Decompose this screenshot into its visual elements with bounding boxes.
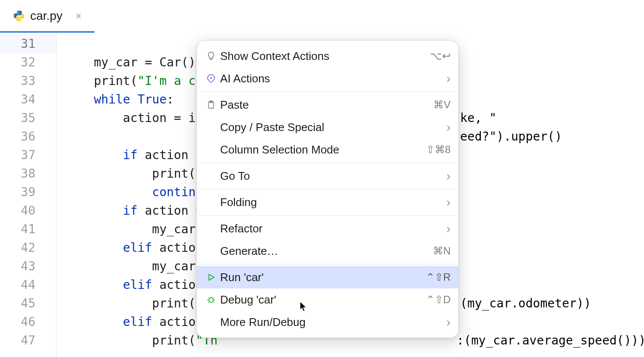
line-number: 42 [0, 238, 56, 257]
chevron-right-icon: › [446, 71, 451, 86]
code-content[interactable]: if action not [56, 146, 218, 164]
code-content-tail: (my_car.odometer)) [460, 294, 591, 313]
chevron-right-icon: › [446, 169, 451, 183]
menu-item-more-run[interactable]: More Run/Debug› [197, 311, 458, 333]
play-icon [204, 271, 218, 283]
menu-item-shortcut: ⌃⇧D [426, 294, 451, 306]
line-number: 39 [0, 183, 56, 201]
line-number: 46 [0, 313, 56, 331]
chevron-right-icon: › [446, 315, 451, 329]
menu-item-generate[interactable]: Generate…⌘N [197, 240, 458, 262]
blank-icon [204, 222, 218, 235]
menu-item-label: Show Context Actions [218, 50, 430, 63]
line-number: 41 [0, 220, 56, 238]
menu-item-ai-actions[interactable]: AI Actions› [197, 67, 458, 90]
line-number: 36 [0, 127, 56, 146]
mouse-cursor-icon [300, 301, 309, 312]
bug-icon [204, 294, 218, 306]
line-number: 43 [0, 257, 56, 276]
menu-item-goto[interactable]: Go To› [197, 165, 458, 187]
blank-icon [204, 245, 218, 257]
tab-car-py[interactable]: car.py × [0, 7, 95, 33]
code-content[interactable] [56, 34, 94, 53]
menu-item-debug[interactable]: Debug 'car'⌃⇧D [197, 288, 458, 311]
menu-item-folding[interactable]: Folding› [197, 191, 458, 213]
code-content[interactable]: print("Th [56, 331, 218, 350]
code-content[interactable]: my_car.ac [56, 220, 218, 238]
line-number: 33 [0, 72, 56, 90]
code-content-tail: eed?").upper() [460, 127, 562, 146]
bulb-icon [204, 50, 218, 62]
code-content[interactable]: print("Th [56, 294, 218, 313]
menu-item-shortcut: ⇧⌘8 [426, 144, 451, 156]
tab-filename: car.py [30, 9, 63, 23]
code-content[interactable]: my_car.br [56, 257, 218, 276]
menu-item-label: Copy / Paste Special [218, 121, 446, 134]
close-icon[interactable]: × [76, 10, 82, 22]
line-number: 44 [0, 276, 56, 294]
code-content[interactable]: action = inpu [56, 109, 218, 127]
ai-icon [204, 72, 218, 85]
menu-item-label: Column Selection Mode [218, 143, 426, 157]
code-content[interactable]: if action == [56, 201, 218, 220]
line-number: 35 [0, 109, 56, 127]
blank-icon [204, 121, 218, 133]
code-content-tail: ke, " [460, 109, 496, 127]
menu-item-label: More Run/Debug [218, 316, 446, 329]
chevron-right-icon: › [446, 120, 451, 135]
line-number: 34 [0, 90, 56, 109]
chevron-right-icon: › [446, 221, 451, 236]
blank-icon [204, 316, 218, 328]
menu-item-refactor[interactable]: Refactor› [197, 217, 458, 240]
chevron-right-icon: › [446, 195, 451, 210]
menu-item-label: AI Actions [218, 72, 446, 85]
menu-item-shortcut: ⌘V [433, 99, 451, 111]
menu-item-shortcut: ⌘N [433, 245, 451, 257]
clipboard-icon [204, 99, 218, 111]
tab-bar: car.py × [0, 0, 644, 33]
python-icon [13, 10, 25, 22]
code-content[interactable]: elif action = [56, 238, 218, 257]
menu-item-label: Go To [218, 169, 446, 183]
line-number: 47 [0, 331, 56, 350]
menu-item-shortcut: ⌥↩ [430, 50, 451, 62]
menu-item-label: Paste [218, 98, 433, 112]
code-content[interactable] [56, 127, 152, 146]
svg-point-3 [209, 298, 213, 302]
line-number: 38 [0, 164, 56, 183]
blank-icon [204, 170, 218, 182]
line-number: 32 [0, 53, 56, 72]
menu-item-label: Refactor [218, 222, 446, 235]
menu-item-label: Generate… [218, 244, 433, 258]
line-number: 37 [0, 146, 56, 164]
menu-item-run[interactable]: Run 'car'⌃⇧R [197, 266, 458, 288]
code-content[interactable]: print("I'm a car! [56, 72, 218, 90]
blank-icon [204, 196, 218, 208]
svg-point-0 [210, 77, 212, 79]
code-content[interactable]: print("I [56, 164, 210, 183]
code-content-tail: :(my_car.average_speed())) [457, 331, 644, 350]
menu-item-copy-paste-special[interactable]: Copy / Paste Special› [197, 116, 458, 138]
code-content[interactable]: elif action = [56, 313, 218, 331]
menu-item-context-actions[interactable]: Show Context Actions⌥↩ [197, 45, 458, 67]
line-number: 31 [0, 34, 56, 53]
code-content[interactable]: elif action = [56, 276, 218, 294]
code-content[interactable]: my_car = Car() [56, 53, 196, 72]
line-number: 40 [0, 201, 56, 220]
menu-item-paste[interactable]: Paste⌘V [197, 94, 458, 116]
menu-item-label: Run 'car' [218, 271, 426, 284]
menu-item-label: Debug 'car' [218, 293, 426, 307]
menu-item-label: Folding [218, 196, 446, 209]
menu-item-column-selection[interactable]: Column Selection Mode⇧⌘8 [197, 138, 458, 161]
menu-item-shortcut: ⌃⇧R [426, 271, 451, 283]
editor-context-menu[interactable]: Show Context Actions⌥↩AI Actions›Paste⌘V… [196, 40, 459, 338]
blank-icon [204, 144, 218, 156]
code-content[interactable]: continue [56, 183, 210, 201]
code-content[interactable]: while True: [56, 90, 174, 109]
line-number: 45 [0, 294, 56, 313]
